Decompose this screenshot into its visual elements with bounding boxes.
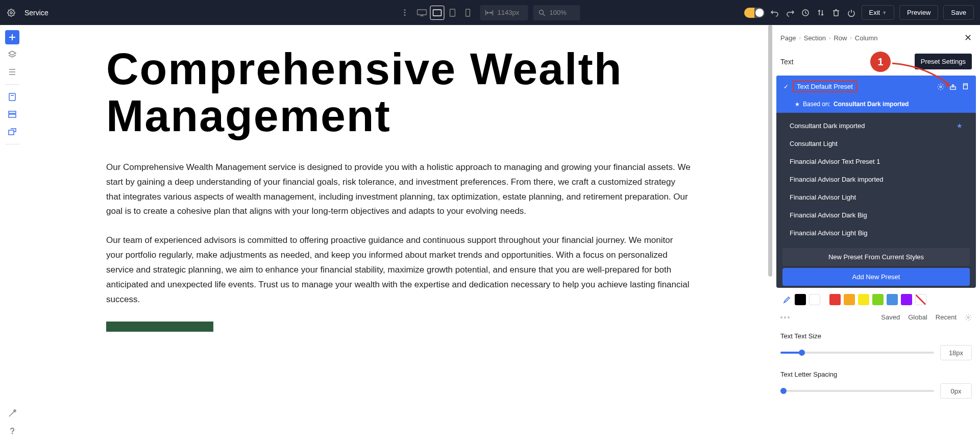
color-swatch-orange[interactable] <box>844 294 855 305</box>
chevron-right-icon: › <box>799 35 800 41</box>
device-desktop[interactable] <box>430 6 445 20</box>
left-sidebar <box>0 25 24 444</box>
redo-icon[interactable] <box>785 8 795 18</box>
star-icon[interactable]: ★ <box>957 122 963 130</box>
text-size-label: Text Text Size <box>780 332 972 340</box>
gear-icon[interactable] <box>6 8 16 18</box>
text-size-value[interactable]: 18px <box>940 345 972 360</box>
blocks-icon[interactable] <box>5 107 19 121</box>
preset-item-label: Financial Advisor Light Big <box>790 229 867 237</box>
svg-rect-5 <box>466 9 470 16</box>
canvas-width-input[interactable] <box>498 9 523 16</box>
save-button[interactable]: Save <box>943 5 974 20</box>
letter-spacing-value[interactable]: 0px <box>940 383 972 399</box>
canvas-scrollbar[interactable] <box>768 25 772 277</box>
new-preset-from-current-button[interactable]: New Preset From Current Styles <box>782 248 970 266</box>
device-desktop-wide[interactable] <box>415 6 429 20</box>
callout-annotation: 1 <box>870 52 891 72</box>
svg-marker-18 <box>9 51 16 55</box>
svg-rect-25 <box>9 114 16 117</box>
preset-list: Consultant Dark imported★ Consultant Lig… <box>776 113 976 246</box>
tab-recent[interactable]: Recent <box>936 313 957 321</box>
theme-toggle[interactable] <box>744 8 765 18</box>
exit-button[interactable]: Exit▼ <box>862 5 895 20</box>
close-icon[interactable]: ✕ <box>964 32 972 43</box>
svg-point-36 <box>967 316 969 318</box>
more-icon[interactable] <box>400 9 410 16</box>
green-block[interactable] <box>106 322 213 332</box>
crumb-section[interactable]: Section <box>804 34 826 42</box>
color-swatch-yellow[interactable] <box>858 294 869 305</box>
callout-number: 1 <box>870 52 891 72</box>
color-swatch-green[interactable] <box>872 294 884 305</box>
body-paragraph-1[interactable]: Our Comprehensive Wealth Management serv… <box>106 160 691 219</box>
page-heading[interactable]: Comprehensive Wealth Management <box>106 45 691 140</box>
power-icon[interactable] <box>846 8 856 18</box>
based-on-row: ★ Based on:Consultant Dark imported <box>776 97 976 113</box>
chevron-right-icon: › <box>850 35 851 41</box>
preset-item[interactable]: Financial Advisor Dark Big <box>776 206 976 224</box>
trash-icon[interactable] <box>831 8 841 18</box>
export-icon[interactable] <box>5 125 19 139</box>
topbar-right: Exit▼ Preview Save <box>744 5 974 20</box>
tools-icon[interactable] <box>5 406 19 421</box>
device-tablet[interactable] <box>446 6 460 20</box>
add-new-preset-button[interactable]: Add New Preset <box>782 268 970 286</box>
top-bar: Service Exit▼ Preview Save <box>0 0 980 25</box>
based-on-prefix: Based on: <box>803 101 830 108</box>
width-icon <box>485 10 494 16</box>
text-size-slider[interactable] <box>780 352 934 354</box>
svg-rect-1 <box>418 10 427 15</box>
eyedropper-icon[interactable] <box>780 294 792 305</box>
canvas-area[interactable]: Comprehensive Wealth Management Our Comp… <box>24 25 772 444</box>
body-paragraph-2[interactable]: Our team of experienced advisors is comm… <box>106 233 691 307</box>
preset-item[interactable]: Consultant Light <box>776 135 976 153</box>
tab-global[interactable]: Global <box>908 313 927 321</box>
preset-item[interactable]: Consultant Dark imported★ <box>776 117 976 135</box>
zoom-box <box>533 5 580 20</box>
color-swatch-purple[interactable] <box>901 294 912 305</box>
list-icon[interactable] <box>5 65 19 79</box>
crumb-row[interactable]: Row <box>834 34 847 42</box>
history-icon[interactable] <box>800 8 811 18</box>
help-icon[interactable] <box>5 424 19 438</box>
add-button[interactable] <box>5 30 19 44</box>
gear-icon[interactable] <box>965 314 972 321</box>
zoom-input[interactable] <box>550 9 575 16</box>
svg-rect-22 <box>9 93 15 101</box>
callout-arrow-icon <box>890 61 956 91</box>
chevron-right-icon: › <box>829 35 830 41</box>
crumb-column[interactable]: Column <box>855 34 878 42</box>
undo-icon[interactable] <box>770 8 780 18</box>
more-icon[interactable] <box>780 316 790 318</box>
preset-item-label: Financial Advisor Dark imported <box>790 176 884 183</box>
svg-point-9 <box>540 10 544 14</box>
breadcrumb: Page› Section› Row› Column ✕ <box>772 25 980 51</box>
device-mobile[interactable] <box>461 6 475 20</box>
preset-dropdown: ✓ Text Default Preset ★ Based on:Consult… <box>776 76 976 288</box>
color-swatch-white[interactable] <box>809 294 820 305</box>
preset-item[interactable]: Financial Advisor Dark imported <box>776 170 976 188</box>
preview-button[interactable]: Preview <box>899 5 938 20</box>
letter-spacing-slider[interactable] <box>780 390 934 392</box>
layers-icon[interactable] <box>5 47 19 62</box>
color-swatch-red[interactable] <box>829 294 841 305</box>
tab-saved[interactable]: Saved <box>881 313 900 321</box>
color-swatch-none[interactable] <box>915 294 926 305</box>
topbar-left: Service <box>6 8 48 18</box>
sort-icon[interactable] <box>816 8 826 18</box>
svg-rect-4 <box>450 9 455 16</box>
preset-item[interactable]: Financial Advisor Text Preset 1 <box>776 153 976 170</box>
page-name[interactable]: Service <box>24 9 48 17</box>
preset-item[interactable]: Financial Advisor Light <box>776 188 976 206</box>
crumb-page[interactable]: Page <box>780 34 796 42</box>
template-icon[interactable] <box>5 90 19 104</box>
letter-spacing-control: Text Letter Spacing 0px <box>772 365 980 404</box>
active-preset-label: Text Default Preset <box>793 81 857 92</box>
color-swatch-black[interactable] <box>795 294 806 305</box>
color-swatch-blue[interactable] <box>887 294 898 305</box>
copy-icon[interactable] <box>962 83 969 90</box>
chevron-down-icon: ▼ <box>882 10 887 15</box>
color-swatch-row <box>772 288 980 311</box>
preset-item[interactable]: Financial Advisor Light Big <box>776 224 976 242</box>
